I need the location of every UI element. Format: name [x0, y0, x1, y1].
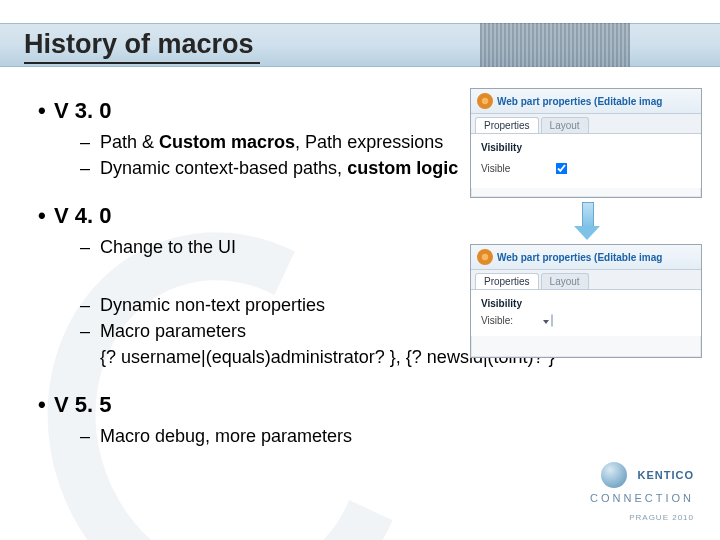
- tab-strip: Properties Layout: [471, 114, 701, 134]
- gear-icon: [477, 249, 493, 265]
- panel-title: Web part properties (Editable imag: [497, 96, 662, 107]
- bullet-label: V 5. 5: [54, 392, 111, 417]
- bullet-v30: •V 3. 0: [38, 98, 460, 124]
- footer-brand1: KENTICO: [638, 469, 695, 481]
- content-area: •V 3. 0 –Path & Custom macros, Path expr…: [38, 92, 460, 450]
- slide-title: History of macros: [24, 29, 260, 64]
- tab-strip: Properties Layout: [471, 270, 701, 290]
- gear-icon: [477, 93, 493, 109]
- section-label: Visibility: [481, 142, 691, 153]
- visible-dropdown[interactable]: [551, 314, 553, 327]
- banner-photo: [480, 23, 630, 67]
- tab-layout[interactable]: Layout: [541, 117, 589, 133]
- section-label: Visibility: [481, 298, 691, 309]
- bullet-label: V 4. 0: [54, 203, 111, 228]
- visibility-row: Visible: [481, 159, 691, 178]
- panel-header: Web part properties (Editable imag: [471, 89, 701, 114]
- sub-bullet: –Path & Custom macros, Path expressions: [80, 130, 460, 154]
- sub-bullet: –Macro debug, more parameters: [80, 424, 460, 448]
- footer-sub: PRAGUE 2010: [629, 513, 694, 522]
- slide: History of macros •V 3. 0 –Path & Custom…: [0, 0, 720, 540]
- panel-title: Web part properties (Editable imag: [497, 252, 662, 263]
- sub-bullet: –Dynamic non-text properties: [80, 293, 460, 317]
- footer-brand2: CONNECTION: [590, 492, 694, 504]
- panel-header: Web part properties (Editable imag: [471, 245, 701, 270]
- row-key: Visible:: [481, 315, 551, 326]
- tab-properties[interactable]: Properties: [475, 117, 539, 133]
- globe-icon: [601, 462, 627, 488]
- webpart-panel-v30: Web part properties (Editable imag Prope…: [470, 88, 702, 198]
- webpart-panel-v40: Web part properties (Editable imag Prope…: [470, 244, 702, 358]
- bullet-v40: •V 4. 0: [38, 203, 460, 229]
- sub-bullet: –Dynamic context-based paths, custom log…: [80, 156, 460, 180]
- tab-properties[interactable]: Properties: [475, 273, 539, 289]
- row-key: Visible: [481, 163, 551, 174]
- bullet-label: V 3. 0: [54, 98, 111, 123]
- sub-bullet: –Change to the UI: [80, 235, 460, 259]
- visibility-row: Visible:: [481, 315, 691, 326]
- down-arrow-icon: [574, 202, 600, 242]
- bullet-v55: •V 5. 5: [38, 392, 460, 418]
- tab-layout[interactable]: Layout: [541, 273, 589, 289]
- footer-logo: KENTICO CONNECTION PRAGUE 2010: [590, 462, 694, 524]
- visible-checkbox[interactable]: [556, 163, 568, 175]
- sub-bullet: –Macro parameters: [80, 319, 460, 343]
